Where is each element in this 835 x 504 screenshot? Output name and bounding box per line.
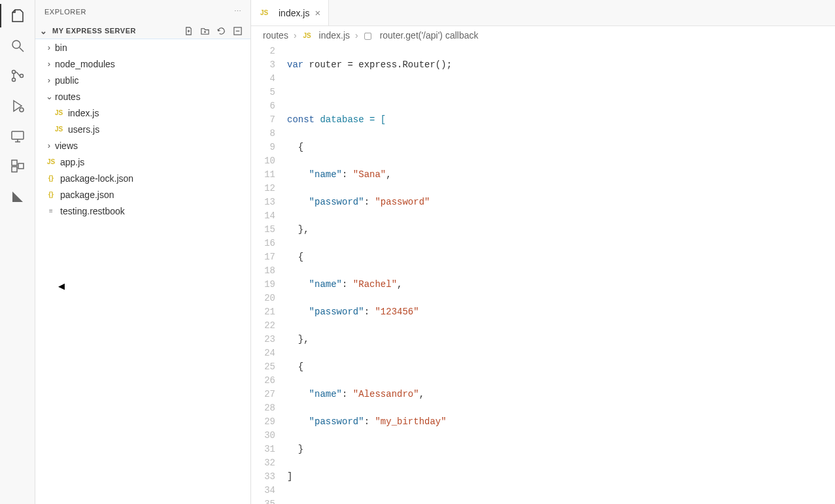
tab-label: index.js [279,8,309,18]
remote-icon[interactable] [9,127,27,145]
svg-rect-9 [18,163,24,169]
folder-node-modules[interactable]: ›node_modules [35,56,250,72]
folder-bin[interactable]: ›bin [35,39,250,56]
new-folder-icon[interactable] [200,26,210,36]
file-tree: ›bin ›node_modules ›public ⌄routes JSind… [35,39,250,504]
explorer-icon[interactable] [9,7,27,25]
sidebar-header: EXPLORER ⋯ [35,0,250,23]
run-icon[interactable] [9,97,27,115]
explorer-sidebar: EXPLORER ⋯ ⌄ MY EXPRESS SERVER ›bin ›nod… [35,0,251,504]
folder-routes[interactable]: ⌄routes [35,88,250,105]
sidebar-title: EXPLORER [44,8,86,16]
search-icon[interactable] [9,37,27,55]
crumb-routes: routes [263,30,288,41]
svg-line-1 [20,48,24,52]
svg-point-2 [12,71,15,74]
chevron-right-icon: › [294,30,297,41]
editor[interactable]: 2345678910111213141516171819202122232425… [251,44,835,504]
collapse-icon[interactable] [233,26,243,36]
close-icon[interactable]: × [315,7,320,18]
folder-public[interactable]: ›public [35,72,250,88]
crumb-index: JSindex.js [302,30,350,41]
editor-pane: JS index.js × routes › JSindex.js › ▢ ro… [251,0,835,504]
project-header[interactable]: ⌄ MY EXPRESS SERVER [35,23,250,39]
file-package-lock[interactable]: ›{}package-lock.json [35,170,250,186]
svg-point-5 [20,108,24,112]
extensions-icon[interactable] [9,157,27,175]
tab-bar: JS index.js × [251,0,835,26]
chevron-down-icon: ⌄ [39,26,48,36]
svg-point-3 [12,78,15,82]
breadcrumbs[interactable]: routes › JSindex.js › ▢ router.get('/api… [251,26,835,44]
file-users-js[interactable]: JSusers.js [35,121,250,137]
crumb-callback: ▢ router.get('/api') callback [364,30,479,41]
svg-rect-8 [12,167,17,172]
file-app-js[interactable]: ›JSapp.js [35,154,250,170]
scm-icon[interactable] [9,67,27,85]
activity-bar [0,0,35,504]
file-package-json[interactable]: ›{}package.json [35,186,250,203]
js-file-icon: JS [259,9,269,16]
chevron-right-icon: › [355,30,358,41]
more-icon[interactable]: ⋯ [234,7,242,16]
code-content[interactable]: var router = express.Router(); const dat… [287,44,835,504]
triangle-icon[interactable] [9,187,27,205]
svg-point-0 [12,41,20,48]
new-file-icon[interactable] [184,26,194,36]
file-restbook[interactable]: ›≡testing.restbook [35,203,250,219]
refresh-icon[interactable] [216,26,226,36]
project-name: MY EXPRESS SERVER [52,27,136,35]
file-index-js[interactable]: JSindex.js [35,105,250,121]
tab-index-js[interactable]: JS index.js × [251,0,329,25]
line-number-gutter: 2345678910111213141516171819202122232425… [251,44,287,504]
svg-rect-7 [12,160,17,165]
svg-rect-6 [12,131,24,139]
svg-point-4 [20,75,23,78]
folder-views[interactable]: ›views [35,137,250,154]
